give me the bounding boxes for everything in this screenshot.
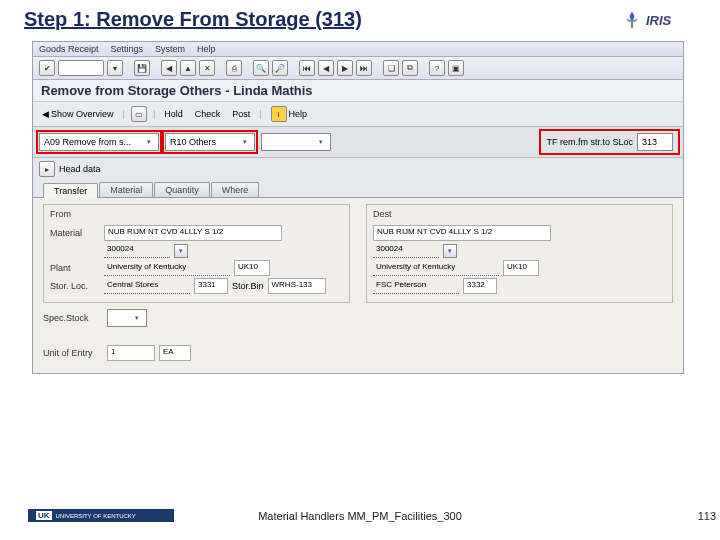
from-storloc-desc[interactable]: Central Stores [104,279,190,294]
app-toolbar: ◀ Show Overview | ▭ | Hold Check Post | … [33,102,683,127]
doc-icon[interactable]: ▭ [131,106,147,122]
movement-type-field[interactable]: 313 [637,133,673,151]
tab-quantity[interactable]: Quantity [154,182,210,197]
slide-title: Step 1: Remove From Storage (313) [0,0,720,33]
find-icon[interactable]: 🔍 [253,60,269,76]
next-page-icon[interactable]: ▶ [337,60,353,76]
item-tabstrip: Transfer Material Quantity Where [33,180,683,198]
plant-label: Plant [50,263,100,273]
reference-value: R10 Others [170,137,216,147]
iris-flower-icon [622,10,642,30]
info-icon: i [271,106,287,122]
standard-toolbar: ✔ ▾ 💾 ◀ ▲ ✕ ⎙ 🔍 🔎 ⏮ ◀ ▶ ⏭ ❏ ⧉ ? ▣ [33,57,683,80]
from-panel: From Material NUB RIJM NT CVD 4LLLY S 1/… [43,204,350,303]
from-plant-code[interactable]: UK10 [234,260,270,276]
last-page-icon[interactable]: ⏭ [356,60,372,76]
dest-material-desc[interactable]: NUB RIJM NT CVD 4LLLY S 1/2 [373,225,551,241]
help-icon[interactable]: ? [429,60,445,76]
chevron-down-icon: ▾ [132,314,142,322]
dest-storloc-code[interactable]: 3332 [463,278,497,294]
from-title: From [50,207,343,223]
unit-entry-label: Unit of Entry [43,348,103,358]
screen-title: Remove from Storage Others - Linda Mathi… [33,80,683,102]
page-number: 113 [698,510,716,522]
cancel-icon[interactable]: ✕ [199,60,215,76]
storloc-label: Stor. Loc. [50,281,100,291]
head-data-label: Head data [59,164,101,174]
dest-material-code[interactable]: 300024 [373,243,439,258]
show-overview-button[interactable]: ◀ Show Overview [39,108,117,120]
first-page-icon[interactable]: ⏮ [299,60,315,76]
from-storloc-code[interactable]: 3331 [194,278,228,294]
menu-settings[interactable]: Settings [111,44,144,54]
from-material-code[interactable]: 300024 [104,243,170,258]
command-field[interactable] [58,60,104,76]
context-help-button[interactable]: i Help [268,105,311,123]
menu-system[interactable]: System [155,44,185,54]
back-icon[interactable]: ◀ [161,60,177,76]
from-storbin[interactable]: WRHS-133 [268,278,326,294]
dest-plant-code[interactable]: UK10 [503,260,539,276]
show-overview-label: Show Overview [51,109,114,119]
movement-type-label: TF rem.fm str.to SLoc [546,137,633,147]
enter-icon[interactable]: ✔ [39,60,55,76]
chevron-down-icon: ▾ [316,138,326,146]
sap-window: Goods Receipt Settings System Help ✔ ▾ 💾… [32,41,684,374]
menu-help[interactable]: Help [197,44,216,54]
reference-dropdown[interactable]: R10 Others ▾ [165,133,255,151]
print-icon[interactable]: ⎙ [226,60,242,76]
extra-dropdown[interactable]: ▾ [261,133,331,151]
help-label: Help [289,109,308,119]
tab-material[interactable]: Material [99,182,153,197]
selector-row: A09 Remove from s... ▾ R10 Others ▾ ▾ TF… [33,127,683,158]
dest-title: Dest [373,207,666,223]
menu-goods-receipt[interactable]: Goods Receipt [39,44,99,54]
iris-logo: IRIS [622,6,702,34]
material-label: Material [50,228,100,238]
save-icon[interactable]: 💾 [134,60,150,76]
dest-plant-desc[interactable]: University of Kentucky [373,261,499,276]
action-value: A09 Remove from s... [44,137,131,147]
new-session-icon[interactable]: ❏ [383,60,399,76]
hold-button[interactable]: Hold [161,108,186,120]
check-button[interactable]: Check [192,108,224,120]
dest-panel: Dest NUB RIJM NT CVD 4LLLY S 1/2 300024 … [366,204,673,303]
transfer-form: From Material NUB RIJM NT CVD 4LLLY S 1/… [33,198,683,373]
chevron-down-icon: ▾ [240,138,250,146]
unit-entry-uom[interactable]: EA [159,345,191,361]
head-data-toggle[interactable]: ▸ Head data [33,158,683,180]
prev-page-icon[interactable]: ◀ [318,60,334,76]
layout-icon[interactable]: ▣ [448,60,464,76]
spec-stock-dropdown[interactable]: ▾ [107,309,147,327]
tab-where[interactable]: Where [211,182,260,197]
dest-storloc-desc[interactable]: FSC Peterson [373,279,459,294]
menu-bar: Goods Receipt Settings System Help [33,42,683,57]
action-dropdown[interactable]: A09 Remove from s... ▾ [39,133,159,151]
find-next-icon[interactable]: 🔎 [272,60,288,76]
unit-entry-qty[interactable]: 1 [107,345,155,361]
from-plant-desc[interactable]: University of Kentucky [104,261,230,276]
search-help-icon[interactable]: ▾ [174,244,188,258]
expand-icon: ▸ [39,161,55,177]
post-button[interactable]: Post [229,108,253,120]
spec-stock-label: Spec.Stock [43,313,103,323]
iris-logo-text: IRIS [646,13,671,28]
shortcut-icon[interactable]: ⧉ [402,60,418,76]
caret-down-icon[interactable]: ▾ [107,60,123,76]
chevron-down-icon: ▾ [144,138,154,146]
exit-icon[interactable]: ▲ [180,60,196,76]
from-material-desc[interactable]: NUB RIJM NT CVD 4LLLY S 1/2 [104,225,282,241]
footer-center: Material Handlers MM_PM_Facilities_300 [0,510,720,522]
search-help-icon[interactable]: ▾ [443,244,457,258]
storbin-label: Stor.Bin [232,281,264,291]
tab-transfer[interactable]: Transfer [43,183,98,198]
collapse-icon: ◀ [42,109,49,119]
